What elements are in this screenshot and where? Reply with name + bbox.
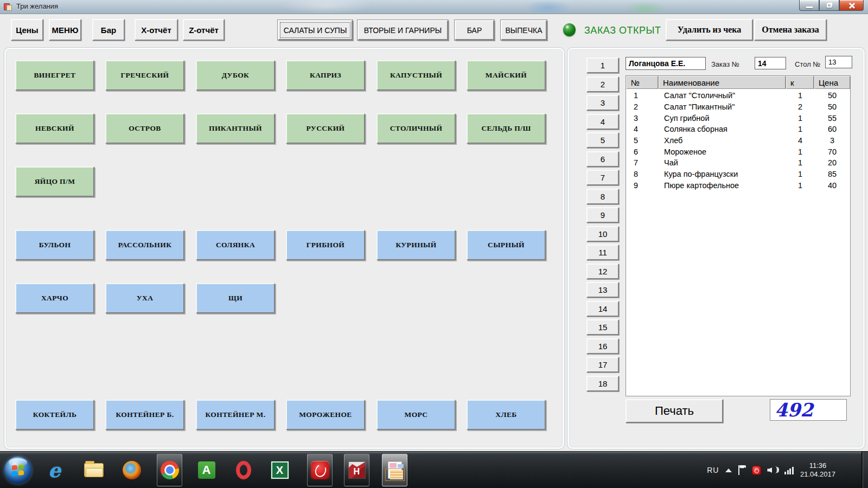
quick-number-button[interactable]: 16 [586, 338, 619, 354]
menu-item-button[interactable]: НЕВСКИЙ [15, 113, 94, 144]
taskbar-item-file-explorer[interactable] [81, 454, 106, 486]
quick-number-button[interactable]: 9 [586, 207, 619, 223]
quick-number-button[interactable]: 15 [586, 319, 619, 335]
cancel-order-button[interactable]: Отмена заказа [754, 19, 827, 41]
minimize-button[interactable] [799, 0, 819, 11]
menu-item-button[interactable]: ЩИ [196, 283, 275, 313]
order-table-body: 1Салат "Столичный"1502Салат "Пикантный"2… [626, 89, 850, 191]
order-row[interactable]: 4Солянка сборная160 [626, 124, 850, 135]
quick-number-button[interactable]: 13 [586, 282, 619, 298]
show-desktop-button[interactable] [861, 452, 868, 488]
menu-item-button[interactable]: МОРОЖЕНОЕ [286, 400, 365, 430]
category-tab-bar[interactable]: БАР [455, 20, 494, 40]
quick-number-button[interactable]: 5 [586, 132, 619, 148]
prices-button[interactable]: Цены [11, 19, 43, 41]
category-tab-bakery[interactable]: ВЫПЕЧКА [501, 20, 547, 40]
order-row[interactable]: 2Салат "Пикантный"250 [626, 101, 850, 113]
category-tab-salads-soups[interactable]: САЛАТЫ И СУПЫ [278, 20, 353, 40]
quick-number-button[interactable]: 6 [586, 151, 619, 167]
menu-item-button[interactable]: КОНТЕЙНЕР М. [196, 400, 275, 430]
quick-number-button[interactable]: 4 [586, 114, 619, 130]
quick-number-button[interactable]: 12 [586, 264, 619, 279]
clock[interactable]: 11:36 21.04.2017 [800, 461, 835, 479]
menu-item-button[interactable]: ХАРЧО [15, 283, 94, 313]
taskbar-item-pos-app[interactable] [382, 454, 407, 486]
menu-item-button[interactable]: КУРИНЫЙ [376, 230, 456, 260]
menu-button[interactable]: МЕНЮ [49, 19, 81, 41]
volume-icon[interactable] [767, 465, 778, 475]
order-row[interactable]: 3Суп грибной155 [626, 112, 850, 124]
order-row[interactable]: 7Чай120 [626, 157, 850, 169]
order-no-field[interactable]: 14 [755, 57, 786, 69]
quick-number-button[interactable]: 1 [586, 57, 619, 73]
menu-item-button[interactable]: ВИНЕГРЕТ [15, 60, 94, 91]
quick-number-button[interactable]: 8 [586, 189, 619, 204]
menu-item-button[interactable]: ГРИБНОЙ [286, 230, 365, 260]
quick-number-button[interactable]: 3 [586, 95, 619, 111]
menu-item-button[interactable]: ХЛЕБ [467, 400, 546, 430]
order-row[interactable]: 8Кура по-французски185 [626, 169, 850, 180]
menu-item-button[interactable]: КАПРИЗ [286, 60, 365, 91]
menu-item-button[interactable]: КОНТЕЙНЕР Б. [105, 400, 184, 430]
quick-number-button[interactable]: 18 [586, 376, 619, 391]
menu-item-button[interactable]: РАССОЛЬНИК [105, 230, 184, 260]
quick-number-button[interactable]: 7 [586, 170, 619, 185]
menu-item-button[interactable]: ГРЕЧЕСКИЙ [105, 60, 184, 91]
taskbar-item-internet-explorer[interactable]: e [42, 454, 67, 486]
remove-from-check-button[interactable]: Удалить из чека [666, 19, 753, 41]
quick-number-button[interactable]: 2 [586, 76, 619, 92]
taskbar-item-excel[interactable] [267, 454, 292, 486]
menu-item-button[interactable]: ПИКАНТНЫЙ [196, 113, 275, 144]
table-no-field[interactable]: 13 [825, 56, 852, 68]
col-header-price: Цена [814, 76, 850, 89]
x-report-button[interactable]: Х-отчёт [135, 19, 178, 41]
menu-item-button[interactable]: МОРС [376, 400, 456, 430]
taskbar-item-cube-app[interactable] [344, 454, 369, 486]
network-signal-icon[interactable] [784, 466, 794, 474]
opera-icon [236, 461, 251, 479]
z-report-button[interactable]: Z-отчёт [183, 19, 225, 41]
start-button[interactable] [4, 457, 31, 484]
quick-number-button[interactable]: 11 [586, 245, 619, 260]
order-cell-name: Салат "Пикантный" [659, 102, 786, 111]
taskbar-item-opera[interactable] [231, 454, 256, 486]
menu-item-button[interactable]: СОЛЯНКА [196, 230, 275, 260]
bar-button[interactable]: Бар [92, 19, 125, 41]
order-cell-n: 4 [626, 125, 659, 133]
order-status-indicator-icon [563, 23, 576, 36]
taskbar-item-red-app[interactable] [307, 454, 333, 486]
order-row[interactable]: 6Мороженое170 [626, 146, 850, 157]
menu-item-button[interactable]: МАЙСКИЙ [467, 60, 546, 91]
menu-item-button[interactable]: ЯЙЦО П/М [15, 166, 94, 197]
taskbar-item-firefox[interactable] [119, 454, 144, 486]
order-cell-price: 55 [814, 114, 850, 123]
quick-number-button[interactable]: 17 [586, 357, 619, 373]
language-indicator[interactable]: RU [707, 466, 719, 474]
menu-item-button[interactable]: СЫРНЫЙ [467, 230, 546, 260]
menu-item-button[interactable]: ДУБОК [196, 60, 275, 91]
order-row[interactable]: 5Хлеб43 [626, 135, 850, 146]
menu-item-button[interactable]: БУЛЬОН [15, 230, 94, 260]
taskbar-item-chrome[interactable] [157, 454, 182, 486]
hidden-icons-arrow-icon[interactable] [725, 468, 732, 472]
action-center-flag-icon[interactable] [738, 465, 746, 475]
menu-item-button[interactable]: КАПУСТНЫЙ [376, 60, 456, 91]
category-tab-mains-sides[interactable]: ВТОРЫЕ И ГАРНИРЫ [358, 20, 448, 40]
restore-button[interactable] [819, 0, 839, 11]
quick-number-button[interactable]: 14 [586, 301, 619, 317]
menu-item-button[interactable]: СЕЛЬДЬ П/Ш [467, 113, 546, 144]
red-tray-app-icon[interactable] [752, 466, 761, 474]
waiter-name-field[interactable]: Логанцова Е.Е. [626, 57, 706, 70]
menu-item-button[interactable]: СТОЛИЧНЫЙ [376, 113, 456, 144]
firefox-icon [123, 461, 141, 479]
order-row[interactable]: 9Пюре картофельное140 [626, 180, 850, 191]
close-button[interactable] [839, 0, 864, 11]
taskbar-item-a-app[interactable] [194, 454, 219, 486]
menu-item-button[interactable]: РУССКИЙ [286, 113, 365, 144]
order-row[interactable]: 1Салат "Столичный"150 [626, 90, 850, 101]
menu-item-button[interactable]: ОСТРОВ [105, 113, 184, 144]
print-button[interactable]: Печать [626, 399, 723, 423]
quick-number-button[interactable]: 10 [586, 226, 619, 242]
menu-item-button[interactable]: УХА [105, 283, 184, 313]
menu-item-button[interactable]: КОКТЕЙЛЬ [15, 400, 94, 430]
